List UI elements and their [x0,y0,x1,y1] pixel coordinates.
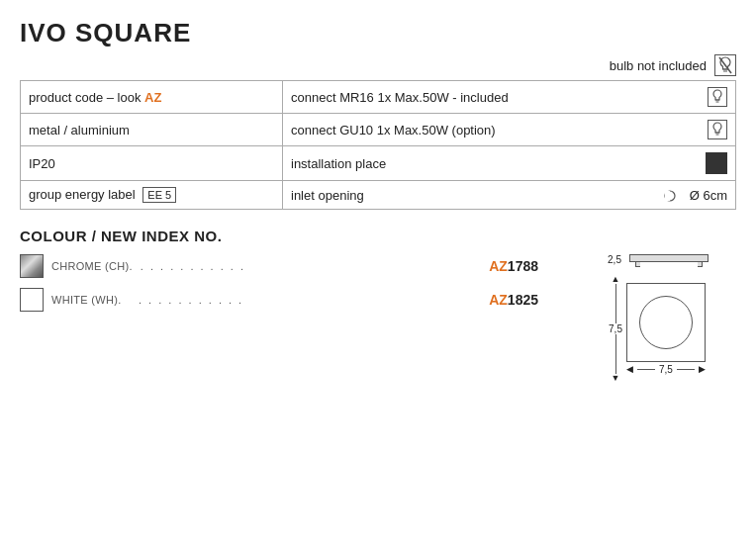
inlet-diameter: Ø 6cm [664,188,727,203]
colour-dots-white: . . . . . . . . . . . [139,294,481,306]
specs-row-3: IP20 installation place [21,146,736,181]
specs-table: product code – look AZ connect MR16 1x M… [20,80,736,210]
connect-mr16-text: connect MR16 1x Max.50W - included [291,90,509,105]
inlet-opening-text: inlet opening [291,188,364,203]
colour-swatch-chrome [20,254,44,278]
bulb-not-included-text: bulb not included [610,58,707,73]
product-diagram: 2,5 [578,254,736,383]
connect-gu10-text: connect GU10 1x Max.50W (option) [291,123,496,138]
colour-code-chrome: AZ1788 [489,258,538,274]
installation-place-icon [706,152,727,174]
colour-dots-chrome: . . . . . . . . . . . [141,260,481,272]
colour-label-chrome: CHROME (CH). [51,260,133,272]
specs-row-2: metal / aluminium connect GU10 1x Max.50… [21,114,736,146]
colour-swatch-white [20,288,44,312]
product-code-label: product code – look [29,90,141,105]
colour-section-title: COLOUR / NEW INDEX NO. [20,228,736,244]
colour-list: CHROME (CH). . . . . . . . . . . . AZ178… [20,254,538,383]
specs-row-4: group energy label EE 5 inlet opening Ø … [21,181,736,210]
colour-item-chrome: CHROME (CH). . . . . . . . . . . . AZ178… [20,254,538,278]
front-view-circle [639,296,693,349]
dim-bottom: ◀ 7,5 ▶ [626,364,706,375]
installation-place-text: installation place [291,156,386,171]
product-code-az: AZ [144,90,161,105]
energy-badge: EE 5 [142,187,176,203]
colour-item-white: WHITE (WH). . . . . . . . . . . . AZ1825 [20,288,538,312]
colour-label-white: WHITE (WH). [51,294,131,306]
material-label: metal / aluminium [29,123,130,138]
specs-row-1: product code – look AZ connect MR16 1x M… [21,81,736,114]
front-view-square [626,283,706,362]
connect-gu10-icon [708,120,727,139]
dim-side-label: ▲ 7,5 ▼ [609,275,622,383]
bulb-not-included-icon [714,54,736,76]
svg-rect-10 [665,191,670,201]
page-title: IVO SQUARE [20,18,736,48]
colour-code-white: AZ1825 [489,292,538,308]
energy-label-text: group energy label [29,187,136,202]
ip-rating: IP20 [29,156,55,171]
connect-mr16-icon [708,87,727,107]
dim-top-label: 2,5 [608,254,621,265]
colour-section: COLOUR / NEW INDEX NO. CHROME (CH). . . … [20,228,736,383]
